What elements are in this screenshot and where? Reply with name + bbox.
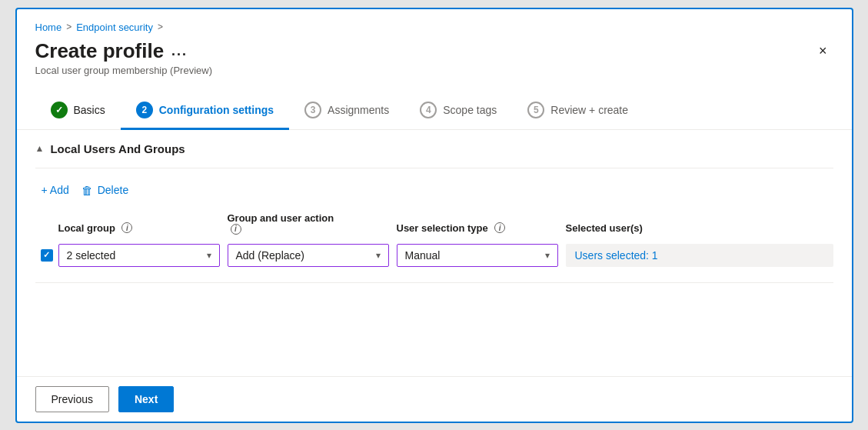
user-selection-header-text: User selection type — [397, 222, 488, 234]
tab-basics-num: ✓ — [51, 102, 68, 118]
next-button[interactable]: Next — [118, 386, 174, 412]
title-left: Create profile ... — [35, 39, 188, 63]
local-group-dropdown[interactable]: 2 selected ▾ — [58, 244, 220, 267]
user-selection-dropdown-arrow: ▾ — [545, 250, 550, 261]
tab-scope-num: 4 — [420, 102, 437, 118]
delete-icon: 🗑 — [81, 184, 93, 197]
tab-review-num: 5 — [527, 102, 544, 118]
subtitle: Local user group membership (Preview) — [35, 65, 833, 76]
tab-assignments-num: 3 — [304, 102, 321, 118]
delete-button[interactable]: 🗑 Delete — [81, 181, 128, 200]
tab-basics-label: Basics — [74, 104, 105, 116]
tabs-bar: ✓ Basics 2 Configuration settings 3 Assi… — [17, 82, 852, 130]
row-checkbox[interactable] — [35, 249, 58, 262]
tab-assignments[interactable]: 3 Assignments — [289, 95, 404, 130]
user-selection-cell: Manual ▾ — [397, 244, 558, 267]
local-group-header-text: Local group — [58, 222, 115, 234]
user-selection-info-icon[interactable]: i — [494, 222, 505, 233]
group-action-cell: Add (Replace) ▾ — [228, 244, 389, 267]
local-group-info-icon[interactable]: i — [121, 222, 132, 233]
section-header: ▲ Local Users And Groups — [35, 142, 833, 155]
add-button[interactable]: + Add — [42, 181, 69, 199]
footer: Previous Next — [17, 376, 852, 422]
more-options-button[interactable]: ... — [171, 43, 188, 59]
breadcrumb-sep2: > — [158, 22, 163, 32]
divider-bottom — [35, 282, 833, 283]
tab-scope-label: Scope tags — [443, 104, 497, 116]
user-selection-value: Manual — [405, 249, 441, 262]
col-header-user-selection: User selection type i — [397, 221, 566, 235]
content-area: ▲ Local Users And Groups + Add 🗑 Delete … — [17, 130, 852, 376]
dialog-header: Home > Endpoint security > Create profil… — [17, 9, 852, 82]
group-action-header-inner: Group and user action i — [228, 212, 397, 235]
tab-assignments-label: Assignments — [328, 104, 389, 116]
tab-config-num: 2 — [136, 102, 153, 118]
tab-basics[interactable]: ✓ Basics — [35, 95, 121, 130]
col-header-local-group: Local group i — [58, 221, 228, 235]
group-action-header-text: Group and user action — [228, 212, 334, 224]
breadcrumb-home[interactable]: Home — [35, 22, 62, 33]
selected-users-header-text: Selected user(s) — [566, 222, 643, 234]
local-group-cell: 2 selected ▾ — [58, 244, 220, 267]
tab-config-label: Configuration settings — [159, 104, 274, 116]
table-row: 2 selected ▾ Add (Replace) ▾ Manual ▾ Us… — [35, 244, 833, 267]
selected-users-cell-wrapper: Users selected: 1 — [566, 244, 833, 267]
user-selection-dropdown[interactable]: Manual ▾ — [397, 244, 558, 267]
close-button[interactable]: × — [813, 40, 833, 62]
breadcrumb: Home > Endpoint security > — [35, 22, 833, 33]
previous-button[interactable]: Previous — [35, 386, 109, 412]
group-action-info-icon[interactable]: i — [231, 224, 241, 235]
divider-top — [35, 168, 833, 168]
table-header: Local group i Group and user action i Us… — [35, 212, 833, 235]
tab-scope-tags[interactable]: 4 Scope tags — [404, 95, 512, 130]
section-title: Local Users And Groups — [50, 142, 185, 155]
checkbox-checked-icon[interactable] — [41, 249, 53, 262]
section-toggle-icon[interactable]: ▲ — [35, 143, 45, 154]
tab-review-label: Review + create — [550, 104, 628, 116]
action-bar: + Add 🗑 Delete — [35, 181, 833, 200]
col-header-group-action: Group and user action i — [228, 212, 397, 235]
tab-configuration[interactable]: 2 Configuration settings — [121, 95, 289, 130]
group-action-dropdown[interactable]: Add (Replace) ▾ — [228, 244, 389, 267]
create-profile-dialog: Home > Endpoint security > Create profil… — [15, 8, 853, 423]
delete-label: Delete — [98, 184, 128, 196]
selected-users-cell[interactable]: Users selected: 1 — [566, 244, 833, 267]
title-row: Create profile ... × — [35, 39, 833, 63]
local-group-dropdown-arrow: ▾ — [207, 250, 211, 261]
group-action-dropdown-arrow: ▾ — [376, 250, 381, 261]
breadcrumb-endpoint-security[interactable]: Endpoint security — [76, 22, 153, 33]
local-group-value: 2 selected — [67, 249, 116, 262]
tab-review[interactable]: 5 Review + create — [512, 95, 644, 130]
col-header-selected-users: Selected user(s) — [566, 221, 833, 235]
group-action-value: Add (Replace) — [236, 249, 305, 262]
breadcrumb-sep1: > — [66, 22, 72, 32]
page-title: Create profile — [35, 39, 165, 63]
